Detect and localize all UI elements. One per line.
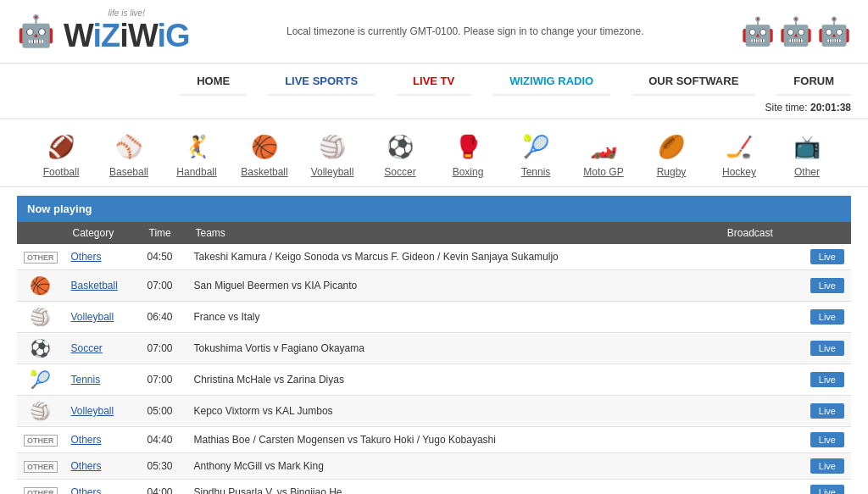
table-row: 🎾 Tennis 07:00 Christina McHale vs Zarin… <box>17 364 851 396</box>
cat-label: Moto GP <box>583 166 623 178</box>
row-icon-cell: 🏀 <box>17 270 64 302</box>
category-moto-gp[interactable]: 🏎️ Moto GP <box>572 128 636 178</box>
now-playing-header: Now playing <box>17 196 851 222</box>
category-soccer[interactable]: ⚽ Soccer <box>369 128 432 178</box>
category-other[interactable]: 📺 Other <box>776 128 839 178</box>
row-time-cell: 04:40 <box>141 427 187 453</box>
sport-icon: ⚽ <box>30 339 51 358</box>
cat-label: Volleyball <box>311 166 354 178</box>
site-time-label: Site time: <box>765 102 808 114</box>
cat-label: Handball <box>176 166 216 178</box>
cat-icon: 🏒 <box>718 128 760 166</box>
live-button[interactable]: Live <box>810 458 844 474</box>
cat-icon: 🏐 <box>311 128 353 166</box>
live-button[interactable]: Live <box>810 403 844 419</box>
category-link[interactable]: Volleyball <box>71 311 114 323</box>
cat-label: Hockey <box>722 166 756 178</box>
row-live-cell: Live <box>804 480 851 495</box>
cat-icon: 🏈 <box>40 128 82 166</box>
category-hockey[interactable]: 🏒 Hockey <box>708 128 771 178</box>
table-body: OTHER Others 04:50 Takeshi Kamura / Keig… <box>17 244 851 494</box>
nav-forum[interactable]: FORUM <box>776 68 851 96</box>
category-football[interactable]: 🏈 Football <box>30 128 93 178</box>
row-broadcast-cell <box>719 270 804 302</box>
robots-area: 🤖 🤖 🤖 <box>741 10 851 53</box>
row-teams-cell: Mathias Boe / Carsten Mogensen vs Takuro… <box>187 427 719 453</box>
nav-live-tv[interactable]: LIVE TV <box>396 68 471 96</box>
live-button[interactable]: Live <box>810 485 844 494</box>
table-row: 🏐 Volleyball 05:00 Kepco Vixtorm vs KAL … <box>17 396 851 427</box>
robot-left: 🤖 <box>17 14 55 49</box>
navigation: HOME LIVE SPORTS LIVE TV WIZIWIG RADIO O… <box>0 64 868 119</box>
table-row: OTHER Others 05:30 Anthony McGill vs Mar… <box>17 453 851 480</box>
logo-area: 🤖 life is live! WiZiWiG <box>17 8 190 54</box>
row-teams-cell: Tokushima Vortis v Fagiano Okayama <box>187 333 719 364</box>
live-button[interactable]: Live <box>810 278 844 293</box>
category-volleyball[interactable]: 🏐 Volleyball <box>301 128 364 178</box>
cat-icon: 🏉 <box>650 128 693 166</box>
row-icon-cell: OTHER <box>17 480 64 495</box>
row-category-cell: Others <box>64 453 141 480</box>
timezone-message: Local timezone is currently GMT-0100. Pl… <box>190 25 741 37</box>
row-live-cell: Live <box>804 364 851 396</box>
category-link[interactable]: Soccer <box>71 342 103 354</box>
live-button[interactable]: Live <box>810 432 844 447</box>
cat-icon: ⚾ <box>108 128 150 166</box>
cat-icon: 🤾 <box>175 128 218 166</box>
row-time-cell: 04:50 <box>141 244 187 270</box>
row-category-cell: Volleyball <box>64 396 141 427</box>
category-link[interactable]: Others <box>71 486 102 494</box>
nav-home[interactable]: HOME <box>180 68 247 96</box>
nav-wiziwig-radio[interactable]: WIZIWIG RADIO <box>492 68 610 96</box>
category-baseball[interactable]: ⚾ Baseball <box>97 128 161 178</box>
row-live-cell: Live <box>804 302 851 333</box>
category-boxing[interactable]: 🥊 Boxing <box>437 128 500 178</box>
row-category-cell: Others <box>64 480 141 495</box>
live-button[interactable]: Live <box>810 372 844 387</box>
category-tennis[interactable]: 🎾 Tennis <box>504 128 568 178</box>
row-broadcast-cell <box>719 244 804 270</box>
row-time-cell: 06:40 <box>141 302 187 333</box>
category-link[interactable]: Tennis <box>71 374 101 386</box>
content-area: Now playing Category Time Teams Broadcas… <box>0 187 868 494</box>
row-icon-cell: 🏐 <box>17 302 64 333</box>
logo: life is live! WiZiWiG <box>64 8 190 54</box>
site-time-value: 20:01:38 <box>810 102 851 114</box>
row-live-cell: Live <box>804 244 851 270</box>
other-badge: OTHER <box>24 461 58 473</box>
nav-our-software[interactable]: OUR SOFTWARE <box>632 68 755 96</box>
live-button[interactable]: Live <box>810 249 844 264</box>
table-row: OTHER Others 04:00 Sindhu Pusarla V. vs … <box>17 480 851 495</box>
other-badge: OTHER <box>24 487 58 495</box>
row-icon-cell: OTHER <box>17 244 64 270</box>
schedule-table: Category Time Teams Broadcast OTHER Othe… <box>17 222 851 494</box>
category-handball[interactable]: 🤾 Handball <box>165 128 229 178</box>
category-rugby[interactable]: 🏉 Rugby <box>640 128 704 178</box>
sport-icon: 🎾 <box>30 370 51 389</box>
category-link[interactable]: Basketball <box>71 280 118 291</box>
live-button[interactable]: Live <box>810 309 844 325</box>
category-basketball[interactable]: 🏀 Basketball <box>233 128 297 178</box>
row-teams-cell: Anthony McGill vs Mark King <box>187 453 719 480</box>
cat-icon: 🏎️ <box>582 128 625 166</box>
category-link[interactable]: Others <box>71 434 102 446</box>
nav-live-sports[interactable]: LIVE SPORTS <box>268 68 375 96</box>
col-icon <box>17 222 64 244</box>
cat-label: Soccer <box>384 166 415 178</box>
row-broadcast-cell <box>719 453 804 480</box>
category-link[interactable]: Others <box>71 251 102 263</box>
category-link[interactable]: Others <box>71 460 102 472</box>
live-button[interactable]: Live <box>810 341 844 356</box>
row-time-cell: 05:00 <box>141 396 187 427</box>
row-time-cell: 07:00 <box>141 364 187 396</box>
sport-icon: 🏀 <box>30 276 51 295</box>
other-badge: OTHER <box>24 435 58 447</box>
row-icon-cell: ⚽ <box>17 333 64 364</box>
row-time-cell: 07:00 <box>141 270 187 302</box>
col-broadcast: Broadcast <box>719 222 804 244</box>
table-row: ⚽ Soccer 07:00 Tokushima Vortis v Fagian… <box>17 333 851 364</box>
robot-blue: 🤖 <box>741 10 775 53</box>
row-broadcast-cell <box>719 333 804 364</box>
category-link[interactable]: Volleyball <box>71 405 114 417</box>
row-live-cell: Live <box>804 270 851 302</box>
